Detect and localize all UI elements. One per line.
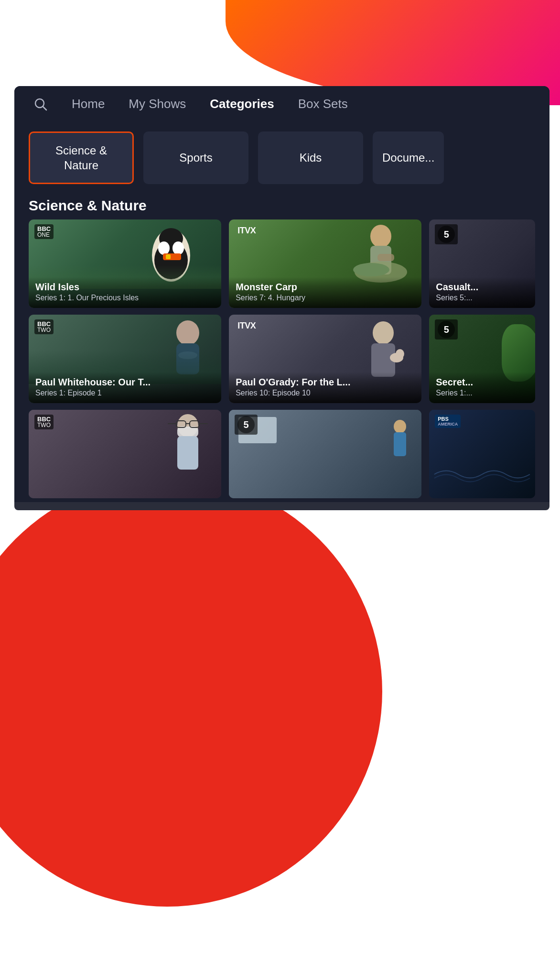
grid-row-2: BBC TWO Paul Whitehouse: Our T... Series… <box>29 315 535 403</box>
bg-decoration-bottom <box>0 476 382 907</box>
nav-item-myshows[interactable]: My Shows <box>129 97 186 111</box>
svg-point-5 <box>158 241 170 255</box>
section-title: Science & Nature <box>14 189 549 219</box>
svg-rect-30 <box>394 432 406 456</box>
card-illustration <box>388 419 412 462</box>
svg-rect-25 <box>186 423 190 424</box>
card-overlay: Paul O'Grady: For the L... Series 10: Ep… <box>229 372 421 403</box>
channel-badge-ch5: 5 <box>435 319 458 340</box>
channel-badge-itvx: ITVX <box>235 319 258 332</box>
svg-point-29 <box>394 420 406 433</box>
channel-badge-bbc-two: BBC TWO <box>34 415 54 429</box>
content-grid: BBC ONE Wild Isles Series 1: 1. Our Prec… <box>14 219 549 486</box>
show-card-paul-whitehouse[interactable]: BBC TWO Paul Whitehouse: Our T... Series… <box>29 315 221 403</box>
card-overlay: Paul Whitehouse: Our T... Series 1: Epis… <box>29 372 221 403</box>
channel-badge-bbc-one: BBC ONE <box>34 224 54 239</box>
show-card-paul-ogrady[interactable]: ITVX Paul O'Grady: For the L... Series 1… <box>229 315 421 403</box>
category-btn-science-nature[interactable]: Science &Nature <box>29 131 134 184</box>
svg-line-1 <box>43 107 46 110</box>
channel-badge-ch5: 5 <box>435 224 458 244</box>
card-subtitle: Series 10: Episode 10 <box>236 389 415 397</box>
category-btn-sports[interactable]: Sports <box>143 131 248 184</box>
navigation-bar: Home My Shows Categories Box Sets <box>14 86 549 122</box>
show-card-monster-carp[interactable]: ITVX Monster Carp Series 7: 4. Hungary <box>229 219 421 308</box>
svg-rect-26 <box>168 423 176 424</box>
svg-rect-7 <box>163 253 181 260</box>
categories-row: Science &Nature Sports Kids Docume... <box>14 122 549 189</box>
svg-point-6 <box>172 241 184 255</box>
card-title: Wild Isles <box>35 282 215 293</box>
grid-row-3: BBC TWO 5 <box>29 410 535 486</box>
show-card-bottom-3[interactable]: PBS AMERICA <box>429 410 535 498</box>
card-overlay: Secret... Series 1:... <box>429 372 535 403</box>
card-subtitle: Series 1: Episode 1 <box>35 389 215 397</box>
category-btn-kids[interactable]: Kids <box>258 131 363 184</box>
svg-point-17 <box>373 321 394 344</box>
tv-stand <box>14 501 549 510</box>
channel-badge-pbs: PBS AMERICA <box>435 415 461 428</box>
svg-point-20 <box>396 349 404 359</box>
channel-badge-ch5: 5 <box>235 415 258 435</box>
card-subtitle: Series 7: 4. Hungary <box>236 294 415 302</box>
card-title: Secret... <box>436 377 528 388</box>
card-subtitle: Series 5:... <box>436 294 528 302</box>
nav-item-home[interactable]: Home <box>72 97 105 111</box>
category-btn-documentaries[interactable]: Docume... <box>373 131 444 184</box>
svg-point-12 <box>353 263 389 276</box>
show-card-wild-isles[interactable]: BBC ONE Wild Isles Series 1: 1. Our Prec… <box>29 219 221 308</box>
card-overlay: Wild Isles Series 1: 1. Our Precious Isl… <box>29 277 221 308</box>
card-title: Paul O'Grady: For the L... <box>236 377 415 388</box>
svg-rect-22 <box>177 427 198 437</box>
show-card-bottom-2[interactable]: 5 <box>229 410 421 498</box>
channel-badge-itvx: ITVX <box>235 224 258 237</box>
card-title: Monster Carp <box>236 282 415 293</box>
svg-point-14 <box>176 320 199 345</box>
tv-screen: Home My Shows Categories Box Sets Scienc… <box>14 86 549 502</box>
svg-rect-8 <box>166 254 171 259</box>
channel-badge-bbc-two: BBC TWO <box>34 319 54 334</box>
search-icon[interactable] <box>33 97 48 111</box>
svg-rect-13 <box>377 254 394 261</box>
show-card-bottom-1[interactable]: BBC TWO <box>29 410 221 498</box>
svg-rect-27 <box>199 423 208 424</box>
grid-row-1: BBC ONE Wild Isles Series 1: 1. Our Prec… <box>29 219 535 308</box>
card-title: Paul Whitehouse: Our T... <box>35 377 215 388</box>
card-illustration <box>164 412 212 474</box>
show-card-secret[interactable]: 5 Secret... Series 1:... <box>429 315 535 403</box>
card-subtitle: Series 1:... <box>436 389 528 397</box>
svg-rect-28 <box>177 436 198 470</box>
nav-item-categories[interactable]: Categories <box>210 97 274 111</box>
card-overlay: Monster Carp Series 7: 4. Hungary <box>229 277 421 308</box>
show-card-casualty[interactable]: 5 Casualt... Series 5:... <box>429 219 535 308</box>
card-overlay: Casualt... Series 5:... <box>429 277 535 308</box>
card-title: Casualt... <box>436 282 528 293</box>
card-subtitle: Series 1: 1. Our Precious Isles <box>35 294 215 302</box>
svg-point-9 <box>370 225 391 248</box>
nav-item-boxsets[interactable]: Box Sets <box>298 97 348 111</box>
